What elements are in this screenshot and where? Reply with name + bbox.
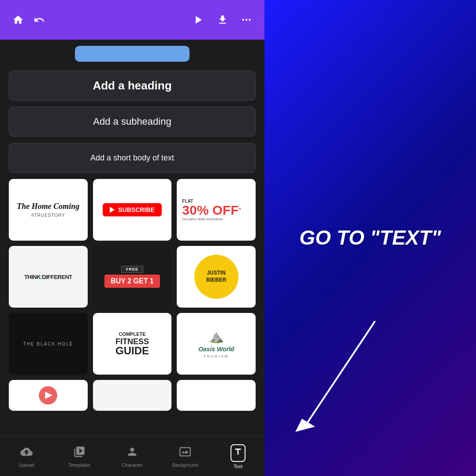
- justin-text: JUSTINBIEBER: [206, 270, 226, 283]
- template-card-think[interactable]: THINK/DIFFERENT: [9, 246, 88, 308]
- template-card-oasis[interactable]: ⛰️ Oasis World TOURISM: [177, 313, 256, 375]
- buy-text: BUY 2 GET 1: [104, 275, 160, 288]
- background-label: Background: [172, 462, 198, 468]
- svg-point-0: [242, 19, 244, 21]
- nav-background[interactable]: Background: [170, 446, 201, 468]
- download-button[interactable]: [217, 14, 228, 26]
- svg-line-4: [304, 322, 375, 428]
- template-card-fitness[interactable]: COMPLETE FITNESS GUIDE: [93, 313, 172, 375]
- more-options-button[interactable]: [241, 14, 252, 26]
- undo-button[interactable]: [33, 14, 45, 26]
- character-icon: [126, 446, 138, 461]
- template-card-buy[interactable]: FREE BUY 2 GET 1: [93, 246, 172, 308]
- templates-icon: [73, 446, 86, 461]
- blackhole-text: THE BLACK HOLE: [23, 342, 74, 346]
- svg-marker-5: [295, 419, 315, 432]
- template-grid: The Home Coming #TRUESTORY SUBSCRIBE FLA…: [9, 179, 256, 375]
- asterisk: *: [239, 206, 241, 213]
- partial-card-2[interactable]: [93, 380, 172, 411]
- partial-card-3[interactable]: [177, 380, 256, 411]
- free-badge: FREE: [121, 266, 143, 273]
- subscribe-label: SUBSCRIBE: [118, 206, 154, 213]
- top-bar: [0, 0, 264, 40]
- nav-character[interactable]: Character: [117, 446, 148, 468]
- text-icon: [231, 444, 245, 462]
- nav-upload[interactable]: Upload: [11, 446, 42, 468]
- template-card-subscribe[interactable]: SUBSCRIBE: [93, 179, 172, 241]
- complete-text: COMPLETE: [119, 331, 145, 337]
- templates-label: Templates: [68, 462, 90, 468]
- add-subheading-button[interactable]: Add a subheading: [9, 107, 256, 137]
- early-bird-text: ON EARLY BIRD BOOKINGS: [182, 218, 223, 221]
- template-card-justin[interactable]: JUSTINBIEBER: [177, 246, 256, 308]
- upload-icon: [20, 446, 33, 461]
- background-icon: [179, 446, 191, 461]
- tourism-text: TOURISM: [204, 354, 229, 358]
- guide-text: GUIDE: [115, 346, 149, 356]
- upload-label: Upload: [19, 462, 34, 468]
- off-text-row: 30% OFF*: [182, 204, 241, 217]
- add-heading-button[interactable]: Add a heading: [9, 71, 256, 100]
- template-card-discount[interactable]: FLAT 30% OFF* ON EARLY BIRD BOOKINGS: [177, 179, 256, 241]
- percent-text: 30% OFF: [182, 203, 238, 217]
- partial-icon-1: [37, 384, 59, 406]
- character-label: Character: [122, 462, 143, 468]
- home-coming-title: The Home Coming: [17, 202, 79, 211]
- bottom-nav: Upload Templates Character: [0, 436, 264, 476]
- template-card-home-coming[interactable]: The Home Coming #TRUESTORY: [9, 179, 88, 241]
- template-card-blackhole[interactable]: THE BLACK HOLE: [9, 313, 88, 375]
- text-label: Text: [234, 464, 242, 469]
- right-panel: GO TO "TEXT": [264, 0, 476, 476]
- arrow-annotation: [278, 309, 401, 450]
- partial-card-1[interactable]: [9, 380, 88, 411]
- svg-point-1: [245, 19, 247, 21]
- play-button[interactable]: [191, 13, 205, 26]
- scroll-handle: [75, 46, 190, 62]
- annotation-text: GO TO "TEXT": [299, 226, 441, 250]
- oasis-title: Oasis World: [198, 346, 234, 353]
- nav-text[interactable]: Text: [223, 444, 253, 469]
- play-icon-small: [110, 207, 115, 213]
- svg-point-2: [249, 19, 250, 21]
- nav-templates[interactable]: Templates: [64, 446, 95, 468]
- subscribe-badge: SUBSCRIBE: [103, 203, 161, 216]
- home-button[interactable]: [12, 14, 24, 26]
- app-root: Add a heading Add a subheading Add a sho…: [0, 0, 476, 476]
- home-coming-subtitle: #TRUESTORY: [31, 213, 65, 218]
- content-area[interactable]: Add a heading Add a subheading Add a sho…: [0, 66, 264, 436]
- mountain-icon: ⛰️: [208, 329, 224, 344]
- fitness-text: FITNESS: [115, 338, 149, 346]
- add-body-button[interactable]: Add a short body of text: [9, 143, 256, 173]
- scroll-handle-area: [0, 40, 264, 66]
- phone-panel: Add a heading Add a subheading Add a sho…: [0, 0, 264, 476]
- partial-grid: [9, 380, 256, 411]
- think-text: THINK/DIFFERENT: [24, 274, 72, 280]
- yellow-circle: JUSTINBIEBER: [194, 255, 238, 299]
